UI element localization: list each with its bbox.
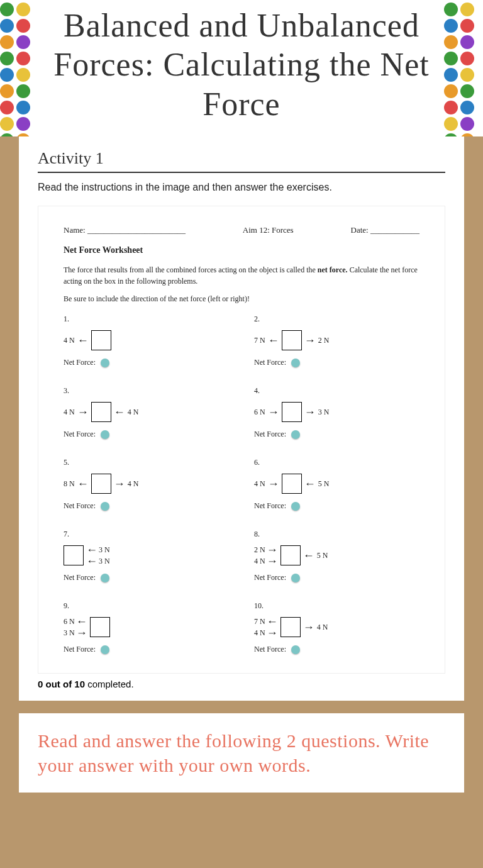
decorative-dot bbox=[16, 68, 30, 82]
decorative-dot bbox=[16, 117, 30, 131]
problem: 6.4 N→←5 NNet Force: bbox=[254, 458, 419, 511]
problem: 4.6 N→→3 NNet Force: bbox=[254, 386, 419, 439]
decorative-dot bbox=[460, 19, 474, 33]
decorative-dot bbox=[444, 35, 458, 49]
answer-pin[interactable] bbox=[291, 359, 300, 367]
problem: 5.8 N←→4 NNet Force: bbox=[64, 458, 229, 511]
decorative-dot bbox=[16, 133, 30, 136]
force-box bbox=[91, 474, 111, 494]
decorative-dot bbox=[460, 117, 474, 131]
decorative-dot bbox=[16, 35, 30, 49]
decorative-dot bbox=[0, 68, 14, 82]
answer-pin[interactable] bbox=[101, 359, 109, 367]
answer-pin[interactable] bbox=[291, 645, 300, 654]
problem: 2.7 N←→2 NNet Force: bbox=[254, 314, 419, 367]
section-2: Read and answer the following 2 question… bbox=[19, 713, 464, 793]
decorative-dots-left bbox=[0, 0, 42, 136]
decorative-dot bbox=[0, 84, 14, 98]
decorative-dot bbox=[16, 84, 30, 98]
worksheet-intro-2: Be sure to include the direction of the … bbox=[64, 293, 419, 304]
answer-pin[interactable] bbox=[291, 502, 300, 511]
problem: 3.4 N→←4 NNet Force: bbox=[64, 386, 229, 439]
problem: 9.6 N←3 N→Net Force: bbox=[64, 601, 229, 654]
decorative-dot bbox=[444, 101, 458, 114]
decorative-dot bbox=[444, 19, 458, 33]
force-box bbox=[91, 402, 111, 422]
name-field: Name: ________________________ bbox=[64, 225, 186, 235]
decorative-dot bbox=[444, 52, 458, 65]
decorative-dot bbox=[460, 133, 474, 136]
completion-status: 0 out of 10 completed. bbox=[38, 674, 445, 694]
force-box bbox=[90, 617, 110, 637]
decorative-dot bbox=[460, 35, 474, 49]
answer-pin[interactable] bbox=[101, 645, 109, 654]
decorative-dot bbox=[460, 3, 474, 16]
decorative-dot bbox=[0, 35, 14, 49]
decorative-dot bbox=[0, 101, 14, 114]
date-field: Date: ____________ bbox=[351, 225, 419, 235]
force-box bbox=[282, 402, 302, 422]
activity-instructions: Read the instructions in the image and t… bbox=[38, 182, 445, 193]
force-box bbox=[91, 330, 111, 350]
decorative-dots-right bbox=[441, 0, 483, 136]
decorative-dot bbox=[444, 3, 458, 16]
aim-label: Aim 12: Forces bbox=[243, 225, 294, 235]
section-2-prompt: Read and answer the following 2 question… bbox=[38, 728, 445, 777]
decorative-dot bbox=[444, 68, 458, 82]
decorative-dot bbox=[460, 84, 474, 98]
force-box bbox=[282, 330, 302, 350]
decorative-dot bbox=[0, 3, 14, 16]
problem: 10.7 N←4 N→→4 NNet Force: bbox=[254, 601, 419, 654]
activity-card: Activity 1 Read the instructions in the … bbox=[19, 136, 464, 701]
decorative-dot bbox=[0, 52, 14, 65]
force-box bbox=[282, 474, 302, 494]
decorative-dot bbox=[16, 52, 30, 65]
answer-pin[interactable] bbox=[101, 430, 109, 439]
decorative-dot bbox=[16, 3, 30, 16]
page-header: Balanced and Unbalanced Forces: Calculat… bbox=[0, 0, 483, 136]
decorative-dot bbox=[0, 117, 14, 131]
decorative-dot bbox=[444, 133, 458, 136]
activity-label: Activity 1 bbox=[38, 149, 445, 173]
decorative-dot bbox=[444, 117, 458, 131]
force-box bbox=[280, 545, 301, 565]
force-box bbox=[280, 617, 301, 637]
worksheet-intro-1: The force that results from all the comb… bbox=[64, 264, 419, 287]
decorative-dot bbox=[444, 84, 458, 98]
decorative-dot bbox=[460, 68, 474, 82]
problem: 8.2 N→4 N→←5 NNet Force: bbox=[254, 530, 419, 582]
worksheet-title: Net Force Worksheet bbox=[64, 245, 419, 255]
answer-pin[interactable] bbox=[291, 574, 300, 582]
page-title: Balanced and Unbalanced Forces: Calculat… bbox=[38, 6, 445, 124]
decorative-dot bbox=[16, 101, 30, 114]
answer-pin[interactable] bbox=[101, 574, 109, 582]
problem: 1.4 N←Net Force: bbox=[64, 314, 229, 367]
decorative-dot bbox=[460, 101, 474, 114]
problem: 7.←3 N←3 NNet Force: bbox=[64, 530, 229, 582]
answer-pin[interactable] bbox=[101, 502, 109, 511]
decorative-dot bbox=[0, 19, 14, 33]
worksheet-image[interactable]: Name: ________________________ Aim 12: F… bbox=[38, 206, 445, 674]
decorative-dot bbox=[0, 133, 14, 136]
answer-pin[interactable] bbox=[291, 430, 300, 439]
decorative-dot bbox=[16, 19, 30, 33]
force-box bbox=[64, 545, 84, 565]
decorative-dot bbox=[460, 52, 474, 65]
